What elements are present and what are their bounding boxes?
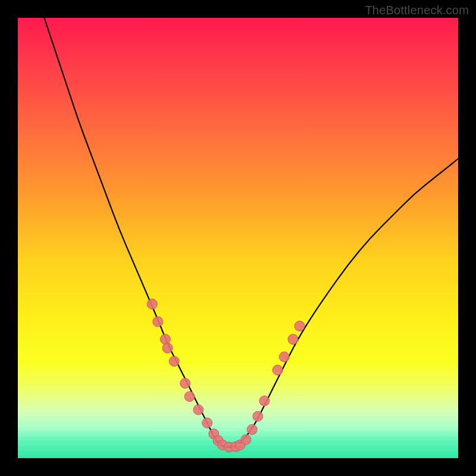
data-dot	[147, 299, 157, 309]
dots-group	[147, 299, 305, 453]
data-dot	[153, 317, 163, 327]
watermark-text: TheBottleneck.com	[365, 4, 469, 17]
data-dot	[241, 434, 251, 444]
data-dot	[273, 365, 283, 375]
data-dot	[295, 321, 305, 331]
data-dot	[202, 418, 212, 428]
bottleneck-curve	[44, 18, 458, 447]
plot-area	[18, 18, 458, 458]
data-dot	[160, 334, 170, 345]
data-dot	[180, 378, 190, 389]
data-dot	[162, 343, 173, 353]
data-dot	[169, 356, 179, 367]
data-dot	[253, 411, 263, 421]
chart-svg	[18, 18, 458, 458]
curve-group	[44, 18, 458, 447]
data-dot	[259, 396, 270, 406]
data-dot	[279, 352, 289, 362]
data-dot	[184, 392, 195, 402]
data-dot	[288, 334, 298, 345]
data-dot	[247, 424, 257, 434]
data-dot	[193, 405, 203, 415]
